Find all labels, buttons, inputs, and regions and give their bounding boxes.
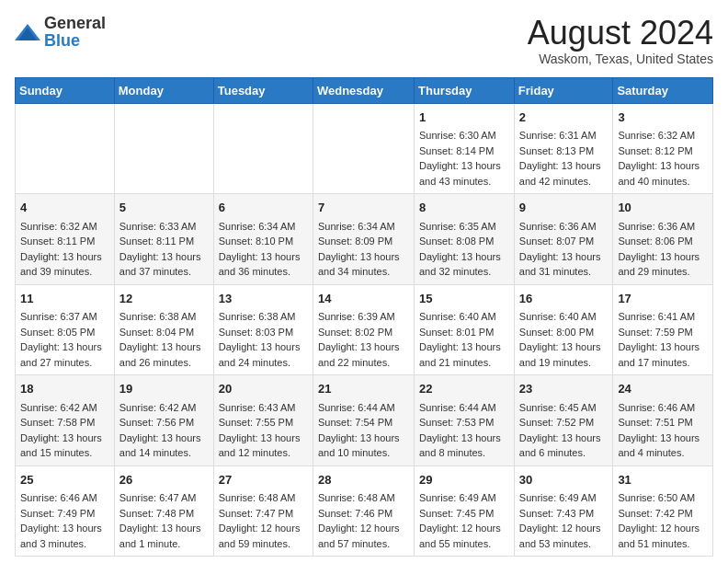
day-info: Sunrise: 6:38 AMSunset: 8:03 PMDaylight:… xyxy=(219,309,308,370)
calendar-day-cell: 11Sunrise: 6:37 AMSunset: 8:05 PMDayligh… xyxy=(16,284,115,375)
day-number: 23 xyxy=(519,380,609,398)
calendar-day-cell: 24Sunrise: 6:46 AMSunset: 7:51 PMDayligh… xyxy=(613,375,713,466)
day-number: 11 xyxy=(20,290,109,308)
day-number: 8 xyxy=(419,199,509,217)
calendar-week-row: 1Sunrise: 6:30 AMSunset: 8:14 PMDaylight… xyxy=(16,103,713,194)
day-number: 20 xyxy=(219,380,308,398)
day-info: Sunrise: 6:46 AMSunset: 7:49 PMDaylight:… xyxy=(20,490,109,551)
calendar-day-cell: 15Sunrise: 6:40 AMSunset: 8:01 PMDayligh… xyxy=(415,284,515,375)
day-of-week-header: Saturday xyxy=(613,77,713,103)
calendar-day-cell: 6Sunrise: 6:34 AMSunset: 8:10 PMDaylight… xyxy=(213,194,313,285)
day-info: Sunrise: 6:40 AMSunset: 8:00 PMDaylight:… xyxy=(519,309,609,370)
calendar-week-row: 4Sunrise: 6:32 AMSunset: 8:11 PMDaylight… xyxy=(16,194,713,285)
day-of-week-header: Friday xyxy=(514,77,613,103)
day-number: 4 xyxy=(20,199,109,217)
day-info: Sunrise: 6:47 AMSunset: 7:48 PMDaylight:… xyxy=(119,490,209,551)
day-number: 3 xyxy=(618,109,708,127)
logo-icon xyxy=(15,22,40,42)
day-info: Sunrise: 6:50 AMSunset: 7:42 PMDaylight:… xyxy=(618,490,708,551)
day-info: Sunrise: 6:44 AMSunset: 7:53 PMDaylight:… xyxy=(419,400,509,461)
calendar-day-cell: 10Sunrise: 6:36 AMSunset: 8:06 PMDayligh… xyxy=(613,194,713,285)
day-info: Sunrise: 6:36 AMSunset: 8:06 PMDaylight:… xyxy=(618,219,708,280)
logo-general: General xyxy=(44,14,106,32)
day-number: 28 xyxy=(318,471,409,489)
day-number: 14 xyxy=(318,290,409,308)
calendar-day-cell: 28Sunrise: 6:48 AMSunset: 7:46 PMDayligh… xyxy=(313,465,414,557)
calendar-day-cell: 25Sunrise: 6:46 AMSunset: 7:49 PMDayligh… xyxy=(16,465,115,557)
calendar-day-cell xyxy=(16,103,115,194)
header-row: SundayMondayTuesdayWednesdayThursdayFrid… xyxy=(16,77,713,103)
day-info: Sunrise: 6:35 AMSunset: 8:08 PMDaylight:… xyxy=(419,219,509,280)
day-info: Sunrise: 6:43 AMSunset: 7:55 PMDaylight:… xyxy=(219,400,308,461)
calendar-day-cell: 4Sunrise: 6:32 AMSunset: 8:11 PMDaylight… xyxy=(16,194,115,285)
calendar-day-cell: 27Sunrise: 6:48 AMSunset: 7:47 PMDayligh… xyxy=(213,465,313,557)
day-info: Sunrise: 6:46 AMSunset: 7:51 PMDaylight:… xyxy=(618,400,708,461)
day-number: 6 xyxy=(219,199,308,217)
calendar-day-cell xyxy=(313,103,414,194)
header: General Blue August 2024 Waskom, Texas, … xyxy=(15,15,713,66)
location-title: Waskom, Texas, United States xyxy=(528,52,713,66)
calendar-day-cell: 1Sunrise: 6:30 AMSunset: 8:14 PMDaylight… xyxy=(415,103,515,194)
calendar-day-cell: 29Sunrise: 6:49 AMSunset: 7:45 PMDayligh… xyxy=(415,465,515,557)
day-info: Sunrise: 6:40 AMSunset: 8:01 PMDaylight:… xyxy=(419,309,509,370)
calendar-day-cell: 7Sunrise: 6:34 AMSunset: 8:09 PMDaylight… xyxy=(313,194,414,285)
day-number: 15 xyxy=(419,290,509,308)
calendar-day-cell xyxy=(114,103,213,194)
day-number: 9 xyxy=(519,199,609,217)
day-number: 22 xyxy=(419,380,509,398)
calendar-day-cell: 23Sunrise: 6:45 AMSunset: 7:52 PMDayligh… xyxy=(514,375,613,466)
day-number: 7 xyxy=(318,199,409,217)
day-number: 31 xyxy=(618,471,708,489)
day-number: 18 xyxy=(20,380,109,398)
day-number: 5 xyxy=(119,199,209,217)
logo-blue: Blue xyxy=(44,31,80,50)
calendar-day-cell: 9Sunrise: 6:36 AMSunset: 8:07 PMDaylight… xyxy=(514,194,613,285)
day-of-week-header: Thursday xyxy=(415,77,515,103)
day-info: Sunrise: 6:45 AMSunset: 7:52 PMDaylight:… xyxy=(519,400,609,461)
calendar-day-cell: 20Sunrise: 6:43 AMSunset: 7:55 PMDayligh… xyxy=(213,375,313,466)
calendar-day-cell: 12Sunrise: 6:38 AMSunset: 8:04 PMDayligh… xyxy=(114,284,213,375)
calendar-table: SundayMondayTuesdayWednesdayThursdayFrid… xyxy=(15,77,713,557)
day-number: 16 xyxy=(519,290,609,308)
day-number: 17 xyxy=(618,290,708,308)
calendar-day-cell: 18Sunrise: 6:42 AMSunset: 7:58 PMDayligh… xyxy=(16,375,115,466)
day-number: 13 xyxy=(219,290,308,308)
day-number: 1 xyxy=(419,109,509,127)
calendar-day-cell: 14Sunrise: 6:39 AMSunset: 8:02 PMDayligh… xyxy=(313,284,414,375)
day-info: Sunrise: 6:33 AMSunset: 8:11 PMDaylight:… xyxy=(119,219,209,280)
day-number: 21 xyxy=(318,380,409,398)
day-of-week-header: Tuesday xyxy=(213,77,313,103)
day-info: Sunrise: 6:44 AMSunset: 7:54 PMDaylight:… xyxy=(318,400,409,461)
logo: General Blue xyxy=(15,15,106,50)
calendar-day-cell: 5Sunrise: 6:33 AMSunset: 8:11 PMDaylight… xyxy=(114,194,213,285)
day-of-week-header: Sunday xyxy=(16,77,115,103)
day-info: Sunrise: 6:42 AMSunset: 7:58 PMDaylight:… xyxy=(20,400,109,461)
day-info: Sunrise: 6:41 AMSunset: 7:59 PMDaylight:… xyxy=(618,309,708,370)
calendar-day-cell xyxy=(213,103,313,194)
day-info: Sunrise: 6:36 AMSunset: 8:07 PMDaylight:… xyxy=(519,219,609,280)
day-info: Sunrise: 6:48 AMSunset: 7:47 PMDaylight:… xyxy=(219,490,308,551)
calendar-day-cell: 13Sunrise: 6:38 AMSunset: 8:03 PMDayligh… xyxy=(213,284,313,375)
day-number: 2 xyxy=(519,109,609,127)
day-info: Sunrise: 6:48 AMSunset: 7:46 PMDaylight:… xyxy=(318,490,409,551)
calendar-day-cell: 2Sunrise: 6:31 AMSunset: 8:13 PMDaylight… xyxy=(514,103,613,194)
calendar-day-cell: 30Sunrise: 6:49 AMSunset: 7:43 PMDayligh… xyxy=(514,465,613,557)
month-title: August 2024 xyxy=(528,15,713,52)
day-info: Sunrise: 6:37 AMSunset: 8:05 PMDaylight:… xyxy=(20,309,109,370)
day-number: 24 xyxy=(618,380,708,398)
day-of-week-header: Monday xyxy=(114,77,213,103)
day-number: 29 xyxy=(419,471,509,489)
day-number: 25 xyxy=(20,471,109,489)
day-info: Sunrise: 6:34 AMSunset: 8:10 PMDaylight:… xyxy=(219,219,308,280)
day-info: Sunrise: 6:34 AMSunset: 8:09 PMDaylight:… xyxy=(318,219,409,280)
calendar-day-cell: 22Sunrise: 6:44 AMSunset: 7:53 PMDayligh… xyxy=(415,375,515,466)
logo-text: General Blue xyxy=(44,15,106,50)
calendar-day-cell: 31Sunrise: 6:50 AMSunset: 7:42 PMDayligh… xyxy=(613,465,713,557)
day-info: Sunrise: 6:42 AMSunset: 7:56 PMDaylight:… xyxy=(119,400,209,461)
day-info: Sunrise: 6:32 AMSunset: 8:12 PMDaylight:… xyxy=(618,128,708,189)
day-number: 19 xyxy=(119,380,209,398)
day-info: Sunrise: 6:30 AMSunset: 8:14 PMDaylight:… xyxy=(419,128,509,189)
day-of-week-header: Wednesday xyxy=(313,77,414,103)
calendar-day-cell: 3Sunrise: 6:32 AMSunset: 8:12 PMDaylight… xyxy=(613,103,713,194)
day-info: Sunrise: 6:32 AMSunset: 8:11 PMDaylight:… xyxy=(20,219,109,280)
